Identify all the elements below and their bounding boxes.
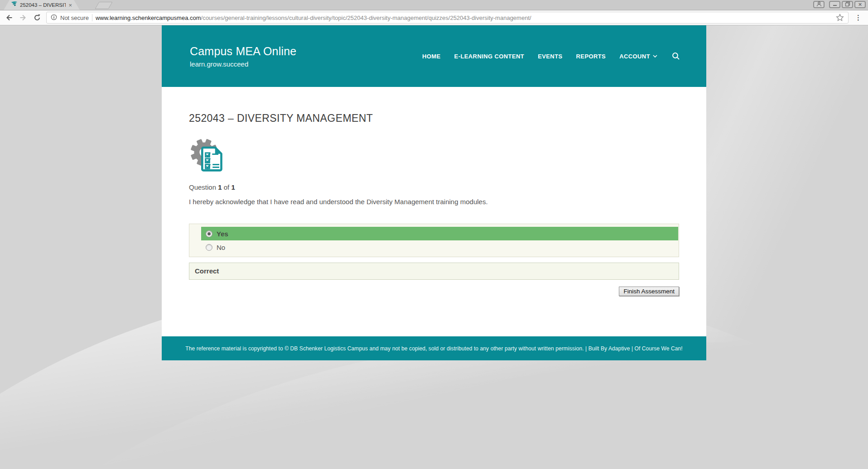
finish-assessment-button[interactable]: Finish Assessment bbox=[619, 287, 679, 296]
site-logo[interactable]: Campus MEA Online learn.grow.succeed bbox=[190, 45, 296, 68]
forward-arrow-icon bbox=[19, 14, 27, 22]
nav-item-reports[interactable]: REPORTS bbox=[576, 53, 606, 60]
site-footer: The reference material is copyrighted to… bbox=[162, 336, 706, 360]
browser-tab[interactable]: 252043 – DIVERSITY MAN × bbox=[4, 0, 80, 10]
answers-list: Yes No bbox=[189, 224, 679, 257]
nav-label: ACCOUNT bbox=[619, 53, 650, 60]
chevron-down-icon bbox=[653, 54, 657, 58]
bookmark-button[interactable] bbox=[836, 14, 844, 22]
nav-label: E-LEARNING CONTENT bbox=[454, 53, 525, 60]
answer-label: No bbox=[217, 244, 225, 251]
bookmark-star-icon bbox=[836, 14, 844, 22]
main-navigation: HOME E-LEARNING CONTENT EVENTS REPORTS A… bbox=[422, 52, 680, 60]
gear-checklist-icon bbox=[189, 137, 229, 177]
minimize-button[interactable] bbox=[829, 1, 840, 8]
nav-item-elearning-content[interactable]: E-LEARNING CONTENT bbox=[454, 53, 525, 60]
nav-item-events[interactable]: EVENTS bbox=[538, 53, 562, 60]
nav-label: EVENTS bbox=[538, 53, 562, 60]
new-tab-button[interactable] bbox=[95, 2, 112, 9]
question-progress: Question 1 of 1 bbox=[189, 183, 679, 191]
radio-yes[interactable] bbox=[206, 230, 212, 237]
page-title: 252043 – DIVERSITY MANAGEMENT bbox=[189, 87, 679, 124]
profile-button[interactable] bbox=[813, 1, 825, 8]
progress-total: 1 bbox=[231, 183, 235, 191]
search-button[interactable] bbox=[672, 52, 680, 60]
address-bar[interactable]: Not secure www.learning.schenkercampusme… bbox=[46, 12, 849, 24]
feedback-banner: Correct bbox=[189, 263, 679, 280]
page-background: Campus MEA Online learn.grow.succeed HOM… bbox=[0, 25, 868, 469]
minimize-icon bbox=[832, 0, 838, 9]
nav-label: REPORTS bbox=[576, 53, 606, 60]
nav-label: HOME bbox=[422, 53, 441, 60]
browser-menu-button[interactable]: ⋮ bbox=[853, 14, 864, 22]
nav-item-home[interactable]: HOME bbox=[422, 53, 441, 60]
close-window-button[interactable]: × bbox=[854, 1, 866, 8]
person-icon bbox=[816, 0, 822, 9]
forward-button[interactable] bbox=[18, 13, 28, 23]
info-icon[interactable] bbox=[51, 14, 57, 22]
tab-close-icon[interactable]: × bbox=[68, 2, 72, 8]
site-container: Campus MEA Online learn.grow.succeed HOM… bbox=[162, 25, 706, 360]
restore-icon bbox=[845, 0, 850, 9]
reload-button[interactable] bbox=[32, 13, 42, 23]
progress-current: 1 bbox=[218, 183, 222, 191]
window-controls: × bbox=[813, 1, 866, 8]
site-title: Campus MEA Online bbox=[190, 45, 296, 58]
reload-icon bbox=[33, 14, 41, 22]
url-domain: www.learning.schenkercampusmea.com bbox=[96, 14, 201, 21]
nav-item-account[interactable]: ACCOUNT bbox=[619, 53, 657, 60]
url-divider bbox=[92, 14, 92, 21]
site-favicon bbox=[11, 1, 18, 10]
browser-toolbar: Not secure www.learning.schenkercampusme… bbox=[0, 10, 868, 25]
tab-title: 252043 – DIVERSITY MAN bbox=[20, 2, 66, 8]
progress-separator: of bbox=[224, 183, 230, 191]
answer-option-yes[interactable]: Yes bbox=[201, 227, 678, 240]
search-icon bbox=[672, 52, 680, 60]
tab-strip: 252043 – DIVERSITY MAN × bbox=[0, 0, 868, 10]
site-header: Campus MEA Online learn.grow.succeed HOM… bbox=[162, 25, 706, 87]
quiz-content: 252043 – DIVERSITY MANAGEMENT bbox=[162, 87, 706, 336]
url-text: www.learning.schenkercampusmea.com/cours… bbox=[96, 14, 833, 21]
back-button[interactable] bbox=[4, 13, 14, 23]
close-icon: × bbox=[858, 2, 862, 7]
quiz-icon bbox=[189, 137, 679, 177]
browser-window: 252043 – DIVERSITY MAN × bbox=[0, 0, 868, 25]
footer-text: The reference material is copyrighted to… bbox=[185, 345, 682, 352]
restore-button[interactable] bbox=[842, 1, 853, 8]
answer-label: Yes bbox=[217, 230, 228, 238]
question-text: I hereby acknowledge that I have read an… bbox=[189, 198, 679, 206]
back-arrow-icon bbox=[5, 14, 13, 22]
url-path: /courses/general-training/lessons/cultur… bbox=[201, 14, 531, 21]
radio-no[interactable] bbox=[206, 244, 212, 251]
progress-prefix: Question bbox=[189, 183, 216, 191]
site-tagline: learn.grow.succeed bbox=[190, 60, 296, 68]
button-row: Finish Assessment bbox=[189, 287, 679, 296]
security-label: Not secure bbox=[60, 14, 89, 21]
answer-option-no[interactable]: No bbox=[201, 240, 678, 254]
